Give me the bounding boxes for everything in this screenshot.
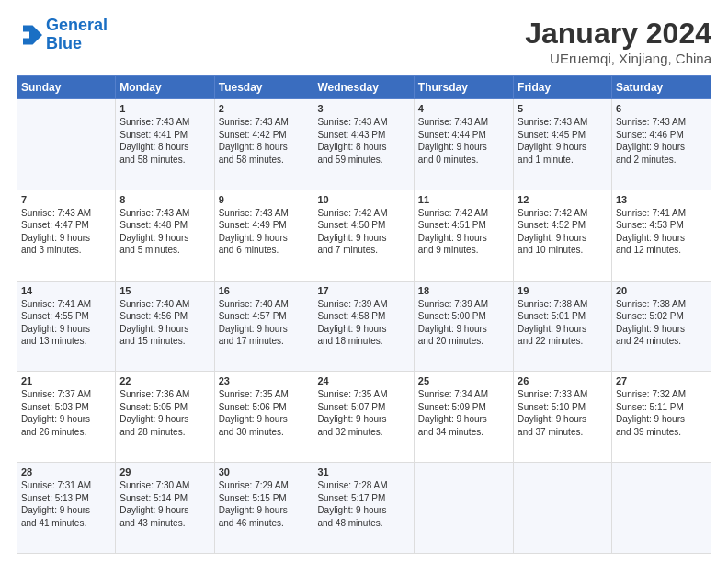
cell-text: Sunrise: 7:39 AM Sunset: 4:58 PM Dayligh… [317,298,409,348]
cell-5-2: 29Sunrise: 7:30 AM Sunset: 5:14 PM Dayli… [116,463,214,554]
cell-text: Sunrise: 7:30 AM Sunset: 5:14 PM Dayligh… [119,479,210,529]
cell-1-4: 3Sunrise: 7:43 AM Sunset: 4:43 PM Daylig… [313,99,414,190]
cell-5-4: 31Sunrise: 7:28 AM Sunset: 5:17 PM Dayli… [313,463,414,554]
col-header-saturday: Saturday [611,76,711,99]
cell-1-2: 1Sunrise: 7:43 AM Sunset: 4:41 PM Daylig… [116,99,214,190]
cell-text: Sunrise: 7:35 AM Sunset: 5:06 PM Dayligh… [219,388,310,438]
cell-text: Sunrise: 7:43 AM Sunset: 4:45 PM Dayligh… [518,116,608,166]
cell-5-6 [514,463,612,554]
cell-text: Sunrise: 7:37 AM Sunset: 5:03 PM Dayligh… [21,388,111,438]
header: General Blue January 2024 UEruemqi, Xinj… [17,17,711,66]
day-number: 19 [518,285,608,296]
cell-3-6: 19Sunrise: 7:38 AM Sunset: 5:01 PM Dayli… [514,281,612,372]
logo-text: General Blue [46,17,108,53]
cell-1-1 [17,99,116,190]
cell-4-7: 27Sunrise: 7:32 AM Sunset: 5:11 PM Dayli… [611,372,711,463]
day-number: 26 [518,375,608,386]
calendar-table: SundayMondayTuesdayWednesdayThursdayFrid… [17,75,711,554]
cell-1-3: 2Sunrise: 7:43 AM Sunset: 4:42 PM Daylig… [214,99,313,190]
day-number: 23 [219,375,310,386]
day-number: 13 [616,194,707,205]
col-header-thursday: Thursday [414,76,513,99]
day-number: 18 [418,285,509,296]
cell-2-1: 7Sunrise: 7:43 AM Sunset: 4:47 PM Daylig… [17,190,116,281]
day-number: 27 [616,375,707,386]
day-number: 12 [518,194,608,205]
cell-1-5: 4Sunrise: 7:43 AM Sunset: 4:44 PM Daylig… [414,99,513,190]
cell-4-6: 26Sunrise: 7:33 AM Sunset: 5:10 PM Dayli… [514,372,612,463]
day-number: 10 [317,194,409,205]
cell-5-7 [611,463,711,554]
cell-text: Sunrise: 7:40 AM Sunset: 4:56 PM Dayligh… [119,298,210,348]
cell-3-5: 18Sunrise: 7:39 AM Sunset: 5:00 PM Dayli… [414,281,513,372]
cell-text: Sunrise: 7:34 AM Sunset: 5:09 PM Dayligh… [418,388,509,438]
cell-3-2: 15Sunrise: 7:40 AM Sunset: 4:56 PM Dayli… [116,281,214,372]
cell-text: Sunrise: 7:43 AM Sunset: 4:41 PM Dayligh… [119,116,210,166]
day-number: 24 [317,375,409,386]
cell-4-2: 22Sunrise: 7:36 AM Sunset: 5:05 PM Dayli… [116,372,214,463]
cell-2-4: 10Sunrise: 7:42 AM Sunset: 4:50 PM Dayli… [313,190,414,281]
title-block: January 2024 UEruemqi, Xinjiang, China [525,17,711,66]
cell-4-1: 21Sunrise: 7:37 AM Sunset: 5:03 PM Dayli… [17,372,116,463]
logo-general: General [46,16,108,34]
cell-5-1: 28Sunrise: 7:31 AM Sunset: 5:13 PM Dayli… [17,463,116,554]
cell-text: Sunrise: 7:41 AM Sunset: 4:55 PM Dayligh… [21,298,111,348]
col-header-friday: Friday [514,76,612,99]
day-number: 15 [119,285,210,296]
col-header-tuesday: Tuesday [214,76,313,99]
cell-3-3: 16Sunrise: 7:40 AM Sunset: 4:57 PM Dayli… [214,281,313,372]
cell-4-5: 25Sunrise: 7:34 AM Sunset: 5:09 PM Dayli… [414,372,513,463]
logo: General Blue [17,17,108,53]
cell-text: Sunrise: 7:43 AM Sunset: 4:43 PM Dayligh… [317,116,409,166]
cell-text: Sunrise: 7:28 AM Sunset: 5:17 PM Dayligh… [317,479,409,529]
week-row-3: 14Sunrise: 7:41 AM Sunset: 4:55 PM Dayli… [17,281,711,372]
day-number: 3 [317,103,409,114]
cell-text: Sunrise: 7:42 AM Sunset: 4:51 PM Dayligh… [418,207,509,257]
day-number: 1 [119,103,210,114]
cell-text: Sunrise: 7:42 AM Sunset: 4:50 PM Dayligh… [317,207,409,257]
day-number: 14 [21,285,111,296]
day-number: 8 [119,194,210,205]
day-number: 9 [219,194,310,205]
week-row-5: 28Sunrise: 7:31 AM Sunset: 5:13 PM Dayli… [17,463,711,554]
page: General Blue January 2024 UEruemqi, Xinj… [0,0,728,563]
week-row-1: 1Sunrise: 7:43 AM Sunset: 4:41 PM Daylig… [17,99,711,190]
cell-text: Sunrise: 7:39 AM Sunset: 5:00 PM Dayligh… [418,298,509,348]
cell-5-3: 30Sunrise: 7:29 AM Sunset: 5:15 PM Dayli… [214,463,313,554]
cell-text: Sunrise: 7:42 AM Sunset: 4:52 PM Dayligh… [518,207,608,257]
day-number: 11 [418,194,509,205]
day-number: 20 [616,285,707,296]
cell-text: Sunrise: 7:43 AM Sunset: 4:47 PM Dayligh… [21,207,111,257]
day-number: 28 [21,466,111,477]
week-row-2: 7Sunrise: 7:43 AM Sunset: 4:47 PM Daylig… [17,190,711,281]
cell-2-7: 13Sunrise: 7:41 AM Sunset: 4:53 PM Dayli… [611,190,711,281]
cell-4-3: 23Sunrise: 7:35 AM Sunset: 5:06 PM Dayli… [214,372,313,463]
cell-1-6: 5Sunrise: 7:43 AM Sunset: 4:45 PM Daylig… [514,99,612,190]
day-number: 17 [317,285,409,296]
logo-icon [17,22,42,48]
cell-text: Sunrise: 7:38 AM Sunset: 5:02 PM Dayligh… [616,298,707,348]
cell-2-2: 8Sunrise: 7:43 AM Sunset: 4:48 PM Daylig… [116,190,214,281]
day-number: 5 [518,103,608,114]
day-number: 30 [219,466,310,477]
cell-text: Sunrise: 7:29 AM Sunset: 5:15 PM Dayligh… [219,479,310,529]
cell-3-4: 17Sunrise: 7:39 AM Sunset: 4:58 PM Dayli… [313,281,414,372]
cell-text: Sunrise: 7:43 AM Sunset: 4:46 PM Dayligh… [616,116,707,166]
day-number: 16 [219,285,310,296]
cell-text: Sunrise: 7:43 AM Sunset: 4:49 PM Dayligh… [219,207,310,257]
subtitle: UEruemqi, Xinjiang, China [525,51,711,66]
cell-2-5: 11Sunrise: 7:42 AM Sunset: 4:51 PM Dayli… [414,190,513,281]
week-row-4: 21Sunrise: 7:37 AM Sunset: 5:03 PM Dayli… [17,372,711,463]
cell-text: Sunrise: 7:32 AM Sunset: 5:11 PM Dayligh… [616,388,707,438]
day-number: 6 [616,103,707,114]
cell-text: Sunrise: 7:43 AM Sunset: 4:48 PM Dayligh… [119,207,210,257]
main-title: January 2024 [525,17,711,51]
day-number: 22 [119,375,210,386]
cell-text: Sunrise: 7:43 AM Sunset: 4:42 PM Dayligh… [219,116,310,166]
col-header-sunday: Sunday [17,76,116,99]
day-number: 31 [317,466,409,477]
day-number: 7 [21,194,111,205]
cell-4-4: 24Sunrise: 7:35 AM Sunset: 5:07 PM Dayli… [313,372,414,463]
cell-1-7: 6Sunrise: 7:43 AM Sunset: 4:46 PM Daylig… [611,99,711,190]
header-row: SundayMondayTuesdayWednesdayThursdayFrid… [17,76,711,99]
